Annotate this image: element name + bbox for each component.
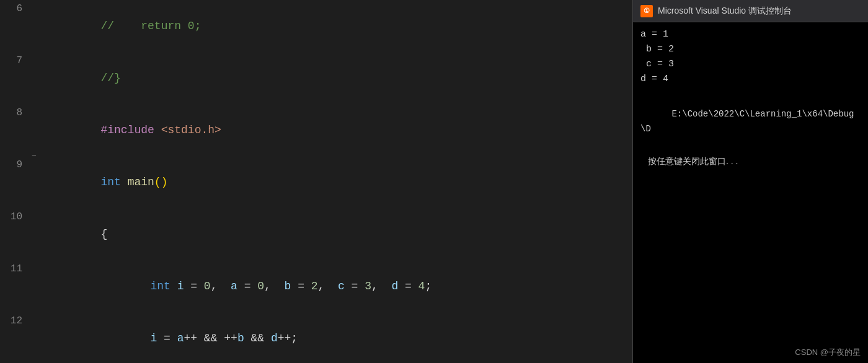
vs-icon: ① — [640, 5, 653, 17]
code-editor: 6 // return 0; 7 //} 8 #i — [0, 0, 632, 363]
code-lines: 6 // return 0; 7 //} 8 #i — [0, 0, 632, 363]
console-titlebar: ① Microsoft Visual Studio 调试控制台 — [633, 0, 868, 22]
line-number-9: 9 — [0, 156, 30, 173]
csdn-watermark: CSDN @子夜的星 — [795, 347, 861, 358]
code-line-8: 8 #include <stdio.h> — [0, 104, 632, 156]
line-number-11: 11 — [0, 260, 30, 278]
code-line-9: 9 − int main() — [0, 156, 632, 208]
code-text-9: int main() — [42, 156, 632, 208]
code-line-11: 11 int i = 0, a = 0, b = 2, c = 3, d = 4… — [0, 260, 632, 312]
line-number-10: 10 — [0, 208, 30, 225]
console-prompt-text: 按任意键关闭此窗口. . . — [648, 156, 738, 166]
code-line-6: 6 // return 0; — [0, 0, 632, 52]
line-number-6: 6 — [0, 0, 30, 17]
code-text-11: int i = 0, a = 0, b = 2, c = 3, d = 4; — [42, 260, 632, 312]
line-number-7: 7 — [0, 52, 30, 69]
code-text-6: // return 0; — [42, 0, 632, 52]
console-line-3: c = 3 — [640, 57, 861, 72]
console-path: E:\Code\2022\C\Learning_1\x64\Debug\D — [640, 92, 861, 151]
console-prompt: 按任意键关闭此窗口. . . — [640, 151, 861, 176]
console-path-text: E:\Code\2022\C\Learning_1\x64\Debug\D — [640, 109, 854, 134]
code-line-10: 10 { — [0, 208, 632, 260]
line-number-8: 8 — [0, 104, 30, 121]
code-text-12: i = a++ && ++b && d++; — [42, 312, 632, 363]
console-title: Microsoft Visual Studio 调试控制台 — [658, 6, 792, 17]
line-number-12: 12 — [0, 312, 30, 330]
code-text-10: { — [42, 208, 632, 260]
console-line-1: a = 1 — [640, 27, 861, 42]
console-line-4: d = 4 — [640, 72, 861, 87]
collapse-icon-9[interactable]: − — [32, 147, 37, 165]
code-line-7: 7 //} — [0, 52, 632, 104]
console-line-2: b = 2 — [640, 42, 861, 57]
code-text-7: //} — [42, 52, 632, 104]
code-text-8: #include <stdio.h> — [42, 104, 632, 156]
code-line-12: 12 i = a++ && ++b && d++; — [0, 312, 632, 363]
debug-console-panel: ① Microsoft Visual Studio 调试控制台 a = 1 b … — [632, 0, 868, 363]
console-body: a = 1 b = 2 c = 3 d = 4 E:\Code\2022\C\L… — [633, 22, 868, 363]
